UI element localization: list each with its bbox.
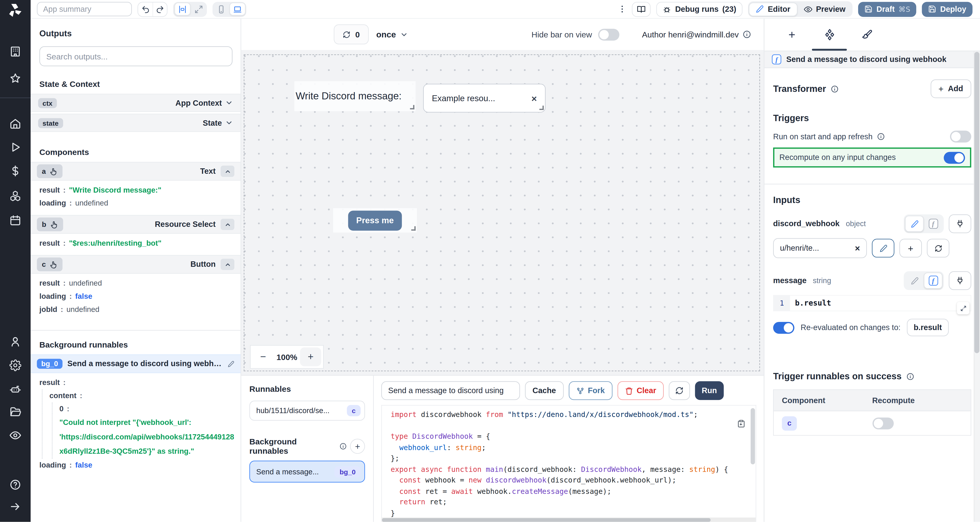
ctx-row[interactable]: ctx App Context (30, 94, 241, 112)
output-key[interactable]: result (40, 378, 60, 387)
add-transformer-button[interactable]: + Add (930, 80, 971, 98)
tab-editor[interactable]: Editor (749, 2, 797, 16)
favorites-star-icon[interactable] (9, 73, 21, 84)
output-key[interactable]: loading (40, 292, 66, 301)
component-c-badge[interactable]: c (37, 258, 63, 271)
undo-button[interactable] (138, 2, 153, 16)
desktop-view-button[interactable] (229, 3, 245, 16)
schedules-calendar-icon[interactable] (9, 214, 21, 226)
resize-handle[interactable] (411, 226, 415, 231)
reeval-toggle[interactable] (773, 321, 794, 333)
info-icon[interactable] (830, 84, 838, 93)
info-icon[interactable] (877, 132, 885, 141)
fork-button[interactable]: Fork (568, 381, 612, 400)
recompute-toggle[interactable] (944, 151, 965, 163)
state-row[interactable]: state State (30, 114, 241, 132)
component-a-badge[interactable]: a (37, 164, 63, 178)
create-resource-button[interactable]: + (899, 239, 922, 258)
static-mode-button[interactable] (905, 216, 924, 232)
output-key[interactable]: result (40, 279, 60, 288)
clear-button[interactable]: Clear (617, 381, 664, 400)
resize-handle[interactable] (410, 105, 414, 109)
eval-mode-button[interactable]: f (924, 216, 943, 232)
output-key[interactable]: 0 (59, 404, 64, 413)
info-icon[interactable] (743, 30, 751, 39)
output-key[interactable]: result (40, 186, 60, 194)
component-b-header[interactable]: b Resource Select (30, 215, 241, 234)
static-mode-button[interactable] (905, 272, 924, 289)
clear-resource-icon[interactable]: × (855, 243, 860, 253)
info-icon[interactable] (906, 372, 914, 380)
component-b-badge[interactable]: b (37, 218, 63, 231)
chevron-down-icon[interactable] (225, 119, 233, 127)
reeval-target-chip[interactable]: b.result (907, 319, 949, 336)
resize-handle[interactable] (539, 106, 544, 110)
press-me-button[interactable]: Press me (348, 210, 402, 230)
button-component-container[interactable]: Press me (333, 208, 417, 232)
search-outputs-input[interactable] (40, 46, 232, 66)
debug-runs-button[interactable]: Debug runs (23) (657, 2, 743, 17)
help-question-icon[interactable] (9, 479, 21, 490)
code-horizontal-scrollbar[interactable] (382, 517, 756, 522)
output-key[interactable]: loading (40, 199, 66, 208)
frequency-dropdown[interactable]: once (376, 30, 408, 39)
output-key[interactable]: result (40, 239, 60, 248)
component-a-header[interactable]: a Text (30, 162, 241, 181)
collapse-button[interactable] (221, 166, 235, 177)
windmill-logo-icon[interactable] (7, 2, 23, 18)
run-button[interactable]: Run (695, 381, 724, 400)
collapse-button[interactable] (221, 219, 235, 230)
redo-button[interactable] (153, 2, 167, 16)
text-component[interactable]: Write Discord message: (294, 81, 415, 111)
output-key[interactable]: jobId (40, 305, 57, 314)
refresh-count-button[interactable]: 0 (334, 24, 369, 44)
script-name-input[interactable] (381, 381, 520, 400)
expand-editor-button[interactable] (957, 302, 969, 314)
home-icon[interactable] (9, 118, 21, 129)
chevron-down-icon[interactable] (225, 99, 233, 107)
variables-dollar-icon[interactable] (9, 165, 21, 177)
tab-settings-active[interactable] (811, 19, 848, 51)
expand-sidebar-arrow-icon[interactable] (9, 501, 21, 512)
draft-button[interactable]: Draft ⌘S (858, 2, 916, 17)
eval-mode-button[interactable]: f (924, 272, 943, 289)
fullwidth-layout-button[interactable] (191, 3, 206, 16)
code-editor[interactable]: import discordwebhook from "https://deno… (381, 405, 756, 522)
workspace-building-icon[interactable] (9, 46, 21, 57)
app-canvas[interactable]: Write Discord message: Example resou... … (243, 54, 760, 371)
center-layout-button[interactable] (174, 3, 190, 16)
resource-select[interactable]: u/henri/te... × (773, 238, 867, 258)
runs-play-icon[interactable] (9, 141, 21, 153)
users-person-icon[interactable] (9, 336, 21, 347)
hide-bar-toggle[interactable] (598, 29, 619, 40)
collapse-button[interactable] (221, 259, 235, 270)
audit-eye-icon[interactable] (9, 430, 21, 441)
zoom-out-button[interactable]: − (253, 347, 274, 366)
folders-icon[interactable] (9, 406, 21, 418)
run-on-start-toggle[interactable] (950, 130, 971, 142)
panel-scrollbar-thumb[interactable] (974, 52, 979, 353)
tab-insert[interactable]: + (773, 19, 811, 51)
resources-cubes-icon[interactable] (9, 190, 21, 202)
tab-preview[interactable]: Preview (797, 2, 851, 16)
workers-robot-icon[interactable] (9, 383, 21, 395)
docs-button[interactable] (632, 2, 651, 17)
component-c-header[interactable]: c Button (30, 255, 241, 274)
zoom-in-button[interactable]: + (300, 347, 321, 366)
reload-code-button[interactable] (669, 381, 690, 400)
runnable-item[interactable]: hub/1511/discord/se... c (249, 401, 365, 420)
tab-style[interactable] (848, 19, 886, 51)
bg-runnable-item-selected[interactable]: Send a message... bg_0 (249, 461, 365, 482)
copy-icon[interactable] (737, 419, 746, 428)
deploy-button[interactable]: Deploy (922, 2, 972, 17)
output-key[interactable]: loading (40, 461, 66, 469)
info-icon[interactable] (340, 442, 347, 450)
bg-runnable-header[interactable]: bg_0 Send a message to discord using web… (30, 354, 241, 373)
pencil-icon[interactable] (228, 360, 234, 367)
add-bg-runnable-button[interactable]: + (350, 439, 365, 454)
settings-gear-icon[interactable] (9, 359, 21, 371)
code-vertical-scrollbar[interactable] (751, 408, 755, 465)
connect-input-button[interactable] (949, 271, 971, 290)
output-key[interactable]: content (49, 392, 76, 400)
resource-select-component[interactable]: Example resou... × (423, 84, 546, 113)
